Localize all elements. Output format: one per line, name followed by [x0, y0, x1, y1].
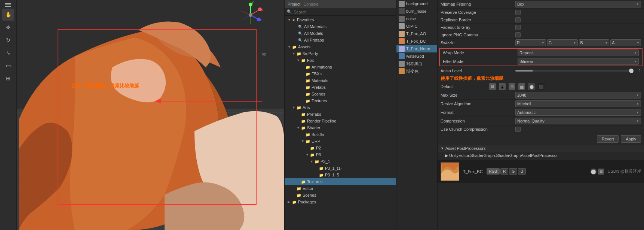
project-tab[interactable]: Project [288, 2, 300, 6]
tree-item-prefabs-fox[interactable]: ▶ 📁 Prefabs [285, 84, 396, 91]
revert-button[interactable]: Revert [597, 135, 619, 143]
swizzle-label: Swizzle [441, 40, 515, 45]
asset-item-jianbianSe[interactable]: 渐变色 [396, 67, 437, 75]
swizzle-b-dropdown[interactable]: B▼ [579, 39, 610, 46]
compression-row: Compression Normal Quality ▼ [438, 117, 644, 125]
search-input[interactable] [294, 10, 394, 14]
hamburger-menu[interactable] [4, 2, 12, 8]
asset-item-t-fox-norm[interactable]: T_Fox_Norm [396, 45, 437, 52]
format-dropdown[interactable]: Automatic ▼ [515, 109, 641, 116]
post-processors-header[interactable]: ▼ Asset PostProcessors [438, 145, 644, 152]
format-row: Format Automatic ▼ [438, 108, 644, 117]
tree-item-all-materials[interactable]: 🔍 All Materials [285, 23, 396, 30]
tree-item-p3-1-5[interactable]: ▶ 📁 P3_1_5 [285, 172, 396, 178]
asset-item-t-fox-bc[interactable]: T_Fox_BC [396, 37, 437, 45]
tree-item-scenes-fox[interactable]: ▶ 📁 Scenes [285, 91, 396, 97]
preserve-coverage-checkbox[interactable] [515, 10, 521, 15]
fadeout-checkbox[interactable] [515, 25, 521, 30]
asset-item-duicheng[interactable]: 对称黑白 [396, 60, 437, 67]
tree-item-shader[interactable]: ▼ 📁 Shader [285, 124, 396, 131]
tree-item-all-prefabs[interactable]: 🔍 All Prefabs [285, 37, 396, 43]
asset-item-burn-noise[interactable]: burn_noise [396, 7, 437, 15]
aniso-level-track[interactable] [515, 70, 631, 72]
svg-point-17 [249, 13, 252, 17]
crunch-compression-checkbox[interactable] [515, 127, 521, 132]
rgb-channel-button[interactable]: RGB [487, 168, 500, 175]
favorites-header[interactable]: ▼ ★ Favorites [285, 16, 396, 23]
tree-item-fox[interactable]: ▼ 📁 Fox [285, 57, 396, 64]
tree-item-editor[interactable]: ▶ 📁 Editor [285, 185, 396, 192]
extra2-platform-icon[interactable]: ⬛ [538, 83, 545, 90]
hand-tool-button[interactable]: ✋ [2, 9, 14, 21]
texture-preview [441, 162, 459, 181]
aniso-level-label: Aniso Level [441, 69, 515, 73]
asset-item-noise[interactable]: noise [396, 15, 437, 22]
tree-item-animations[interactable]: ▶ 📁 Animations [285, 64, 396, 70]
tree-item-materials[interactable]: ▶ 📁 Materials [285, 77, 396, 84]
tree-item-p2[interactable]: ▶ 📁 P2 [285, 145, 396, 151]
tree-item-fbxs[interactable]: ▶ 📁 FBXs [285, 70, 396, 77]
filter-mode-dropdown[interactable]: Bilinear ▼ [518, 58, 639, 65]
project-search-bar: 🔍 [285, 8, 396, 16]
swizzle-r-dropdown[interactable]: R▼ [515, 39, 546, 46]
swizzle-a-dropdown[interactable]: A▼ [610, 39, 641, 46]
tree-item-packages[interactable]: ▶ 📁 Packages [285, 199, 396, 205]
asset-item-t-fox-ao[interactable]: T_Fox_AO [396, 30, 437, 37]
tree-item-p3-1[interactable]: ▼ 📁 P3_1 [285, 158, 396, 165]
tree-item-textures-arts[interactable]: ▶ 📁 Textures [285, 178, 396, 185]
g-channel-button[interactable]: G [509, 168, 517, 175]
crunch-compression-label: Use Crunch Compression [441, 127, 515, 131]
tree-item-all-models[interactable]: 🔍 All Models [285, 30, 396, 37]
mipmap-filtering-dropdown[interactable]: Box ▼ [515, 1, 641, 7]
svg-line-14 [241, 11, 251, 15]
scale-tool-button[interactable]: ⤡ [2, 47, 14, 59]
wrap-mode-dropdown[interactable]: Repeat ▼ [518, 49, 639, 56]
custom-tool-button[interactable]: ⊞ [2, 72, 14, 84]
asset-item-oip-c[interactable]: OIP-C [396, 22, 437, 30]
replicate-border-checkbox[interactable] [515, 17, 521, 22]
project-header: Project Console [285, 0, 396, 8]
grid-platform-icon[interactable]: ⊞ [509, 83, 515, 90]
asset-item-background[interactable]: background [396, 0, 437, 7]
swizzle-dropdowns: R▼ G▼ B▼ A▼ [515, 39, 641, 46]
rect-transform-button[interactable]: ▭ [2, 60, 14, 72]
grid-icon[interactable]: ⊞ [598, 169, 604, 175]
tree-item-p3[interactable]: ▼ 📁 P3 [285, 151, 396, 158]
tree-item-arts[interactable]: ▼ 📁 Arts [285, 104, 396, 111]
post-processor-text: ▶ UnityEditor.ShaderGraph.ShaderGraphAss… [445, 153, 558, 158]
tree-item-3rdparty[interactable]: ▼ 📁 3rdParty [285, 50, 396, 57]
tree-item-buildin[interactable]: ▶ 📁 BuildIn [285, 131, 396, 138]
inspector-panel: Mipmap Filtering Box ▼ Preserve Coverage… [438, 0, 644, 230]
watermark: CSDN @楠溪泽岸 [608, 169, 641, 174]
crunch-compression-row: Use Crunch Compression [438, 125, 644, 133]
tree-item-urp[interactable]: ▼ 📁 URP [285, 138, 396, 145]
tree-item-scenes[interactable]: ▶ 📁 Scenes [285, 192, 396, 199]
ignore-png-checkbox[interactable] [515, 32, 521, 37]
wrap-mode-row: Wrap Mode Repeat ▼ [440, 49, 642, 57]
asset-item-water-god[interactable]: waterGod [396, 52, 437, 60]
max-size-dropdown[interactable]: 2048 ▼ [515, 92, 641, 99]
resize-algorithm-dropdown[interactable]: Mitchell ▼ [515, 100, 641, 107]
r-channel-button[interactable]: R [500, 168, 508, 175]
tree-item-prefabs-arts[interactable]: ▶ 📁 Prefabs [285, 111, 396, 118]
svg-rect-4 [58, 29, 256, 205]
console-tab[interactable]: Console [303, 2, 318, 6]
aniso-level-value: 1 [634, 69, 641, 73]
rotate-tool-button[interactable]: ↻ [2, 34, 14, 46]
circle-icon[interactable]: ⬤ [591, 169, 597, 175]
move-tool-button[interactable]: ✥ [2, 21, 14, 33]
extra1-platform-icon[interactable]: ⬤ [528, 83, 535, 90]
compression-dropdown[interactable]: Normal Quality ▼ [515, 118, 641, 124]
tree-item-p3-1-1[interactable]: ▶ 📁 P3_1_(1- [285, 165, 396, 172]
monitor-platform-icon[interactable]: 🖥 [489, 83, 496, 90]
preserve-coverage-row: Preserve Coverage [438, 9, 644, 16]
android-platform-icon[interactable]: 🤖 [518, 83, 525, 90]
apply-button[interactable]: Apply [621, 135, 641, 143]
assets-header[interactable]: ▼ 📁 Assets [285, 43, 396, 50]
tablet-platform-icon[interactable]: 📱 [499, 83, 506, 90]
b-channel-button[interactable]: B [518, 168, 526, 175]
revert-apply-row: Revert Apply [438, 133, 644, 145]
swizzle-g-dropdown[interactable]: G▼ [547, 39, 578, 46]
tree-item-textures-fox[interactable]: ▶ 📁 Textures [285, 97, 396, 104]
tree-item-render-pipeline[interactable]: ▶ 📁 Render Pipeline [285, 118, 396, 124]
